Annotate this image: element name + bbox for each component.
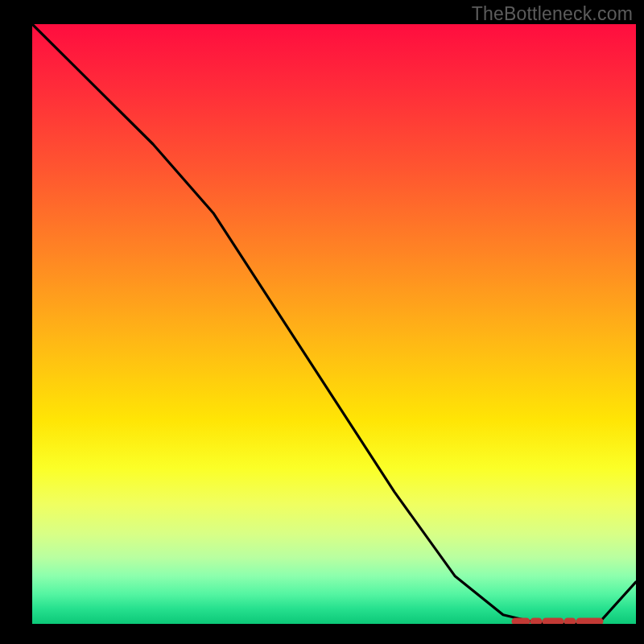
bottleneck-curve — [32, 24, 636, 624]
plot-area — [32, 24, 636, 624]
chart-frame: TheBottleneck.com — [0, 0, 644, 644]
watermark-label: TheBottleneck.com — [472, 3, 633, 25]
chart-svg — [32, 24, 636, 624]
